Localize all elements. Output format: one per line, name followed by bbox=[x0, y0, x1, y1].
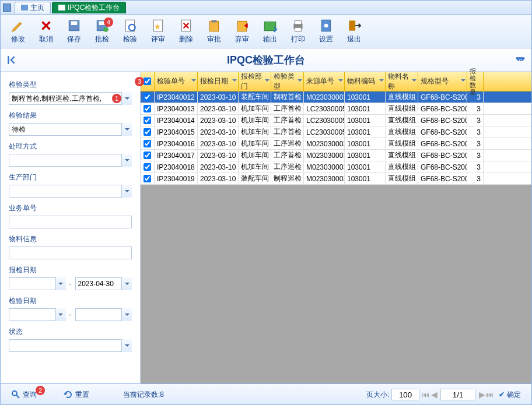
input-handle-method[interactable] bbox=[9, 154, 132, 167]
edit-button[interactable]: 修改 bbox=[4, 16, 32, 47]
cell-id: IP23040015 bbox=[155, 126, 198, 138]
print-button[interactable]: 打印 bbox=[284, 16, 312, 47]
cancel-button[interactable]: 取消 bbox=[32, 16, 60, 47]
col-type[interactable]: 检验类型 bbox=[271, 72, 304, 91]
save-button[interactable]: 保存 bbox=[60, 16, 88, 47]
dropdown-handle-method[interactable] bbox=[121, 154, 132, 167]
input-inspect-result[interactable] bbox=[9, 123, 132, 136]
tab-ipqc[interactable]: IPQC检验工作台 bbox=[52, 2, 126, 13]
cell-type: 制程巡检 bbox=[271, 173, 304, 184]
dropdown-inspect-date-to[interactable] bbox=[121, 308, 132, 321]
annotation-1: 1 bbox=[112, 94, 121, 103]
first-page-icon[interactable]: ⏮ bbox=[422, 390, 430, 399]
exit-button[interactable]: 退出 bbox=[340, 16, 368, 47]
table-row[interactable]: IP230400182023-03-10机加车间工序巡检M02303000310… bbox=[141, 161, 531, 173]
col-spec[interactable]: 规格型号 bbox=[418, 72, 467, 91]
col-name[interactable]: 物料名称 bbox=[386, 72, 418, 91]
svg-point-4 bbox=[103, 27, 108, 32]
cell-dept: 机加车间 bbox=[239, 115, 271, 126]
row-checkbox[interactable] bbox=[141, 138, 155, 149]
cell-src: M023030003 bbox=[304, 150, 345, 161]
cell-src: LC23030005 bbox=[304, 103, 345, 114]
cell-src: LC23030005 bbox=[304, 126, 345, 138]
label-status: 状态 bbox=[9, 327, 132, 337]
dropdown-report-date-from[interactable] bbox=[55, 277, 66, 290]
table-row[interactable]: IP230400152023-03-10机加车间工序首检LC2303000510… bbox=[141, 126, 531, 138]
col-id[interactable]: 检验单号 bbox=[155, 72, 198, 91]
cell-src: LC23030005 bbox=[304, 115, 345, 126]
delete-button[interactable]: 删除 bbox=[172, 16, 200, 47]
checkbox-all[interactable] bbox=[144, 78, 151, 85]
approve-button[interactable]: 审批 bbox=[200, 16, 228, 47]
last-page-icon[interactable]: ⏭ bbox=[486, 390, 494, 399]
field-biz-no: 业务单号 bbox=[9, 203, 132, 228]
row-checkbox[interactable] bbox=[141, 161, 155, 172]
table-row[interactable]: IP230400192023-03-10装配车间制程巡检M02303000310… bbox=[141, 173, 531, 185]
export-button[interactable]: 输出 bbox=[256, 16, 284, 47]
svg-rect-13 bbox=[295, 20, 302, 24]
date-separator: - bbox=[69, 280, 72, 288]
page-size-input[interactable] bbox=[391, 389, 419, 400]
dropdown-status[interactable] bbox=[121, 339, 132, 352]
discard-button[interactable]: 弃审 bbox=[228, 16, 256, 47]
dropdown-prod-dept[interactable] bbox=[121, 185, 132, 198]
row-checkbox[interactable] bbox=[141, 150, 155, 161]
collapse-left-icon[interactable] bbox=[6, 55, 17, 65]
cell-mat: 103001 bbox=[345, 150, 386, 161]
input-status[interactable] bbox=[9, 339, 132, 352]
col-src[interactable]: 来源单号 bbox=[304, 72, 345, 91]
cell-src: M023030003 bbox=[304, 138, 345, 149]
page-display[interactable] bbox=[440, 389, 475, 400]
confirm-button[interactable]: ✔ 确定 bbox=[494, 388, 526, 402]
delete-icon bbox=[178, 18, 194, 33]
dropdown-inspect-date-from[interactable] bbox=[55, 308, 66, 321]
reset-button[interactable]: 重置 bbox=[59, 388, 94, 402]
cell-id: IP23040017 bbox=[155, 150, 198, 161]
collapse-right-icon[interactable] bbox=[515, 55, 526, 65]
row-checkbox[interactable] bbox=[141, 103, 155, 114]
input-biz-no[interactable] bbox=[9, 216, 132, 228]
cell-src: M023030003 bbox=[304, 173, 345, 184]
cell-date: 2023-03-10 bbox=[198, 115, 239, 126]
prev-page-icon[interactable]: ◀ bbox=[430, 390, 438, 399]
row-checkbox[interactable] bbox=[141, 173, 155, 184]
label-inspect-type: 检验类型 bbox=[9, 80, 132, 90]
cell-name: 直线模组 bbox=[386, 126, 418, 138]
batch-button[interactable]: 批检4 bbox=[88, 16, 116, 47]
col-mat[interactable]: 物料编码 bbox=[345, 72, 386, 91]
col-check[interactable]: 3 bbox=[141, 72, 155, 91]
cell-qty: 3 bbox=[467, 173, 484, 184]
cell-dept: 机加车间 bbox=[239, 150, 271, 161]
inspect-button[interactable]: 检验 bbox=[116, 16, 144, 47]
col-qty[interactable]: 报检数量 bbox=[467, 72, 484, 91]
inspect-label: 检验 bbox=[123, 34, 137, 44]
input-material-info[interactable] bbox=[9, 246, 132, 259]
row-checkbox[interactable] bbox=[141, 126, 155, 138]
grid-body[interactable]: IP230400122023-03-10装配车间制程首检M02303000310… bbox=[141, 91, 531, 383]
table-row[interactable]: IP230400132023-03-10机加车间工序首检LC2303000510… bbox=[141, 103, 531, 115]
review-button[interactable]: 评审 bbox=[144, 16, 172, 47]
dropdown-report-date-to[interactable] bbox=[121, 277, 132, 290]
settings-button[interactable]: 设置 bbox=[312, 16, 340, 47]
main-area: 检验类型 1 检验结果 处理方式 生产部门 业务单号 物料信息 bbox=[1, 72, 531, 383]
cell-date: 2023-03-10 bbox=[198, 161, 239, 172]
table-row[interactable]: IP230400172023-03-10机加车间工序首检M02303000310… bbox=[141, 150, 531, 161]
settings-label: 设置 bbox=[319, 34, 333, 44]
dropdown-inspect-result[interactable] bbox=[121, 123, 132, 136]
row-checkbox[interactable] bbox=[141, 91, 155, 103]
grid-header: 3 检验单号 报检日期 报检部门 检验类型 来源单号 物料编码 物料名称 规格型… bbox=[141, 72, 531, 91]
cancel-icon bbox=[38, 18, 54, 33]
table-row[interactable]: IP230400162023-03-10机加车间工序巡检M02303000310… bbox=[141, 138, 531, 150]
save-label: 保存 bbox=[67, 34, 81, 44]
row-checkbox[interactable] bbox=[141, 115, 155, 126]
input-prod-dept[interactable] bbox=[9, 185, 132, 198]
save-icon bbox=[66, 18, 82, 33]
col-date[interactable]: 报检日期 bbox=[198, 72, 239, 91]
next-page-icon[interactable]: ▶ bbox=[478, 390, 486, 399]
table-row[interactable]: IP230400142023-03-10机加车间工序首检LC2303000510… bbox=[141, 115, 531, 126]
cell-date: 2023-03-10 bbox=[198, 138, 239, 149]
col-dept[interactable]: 报检部门 bbox=[239, 72, 271, 91]
dropdown-inspect-type[interactable] bbox=[121, 92, 132, 105]
query-button[interactable]: 查询 2 bbox=[6, 388, 41, 402]
tab-home[interactable]: 主页 bbox=[15, 2, 51, 13]
